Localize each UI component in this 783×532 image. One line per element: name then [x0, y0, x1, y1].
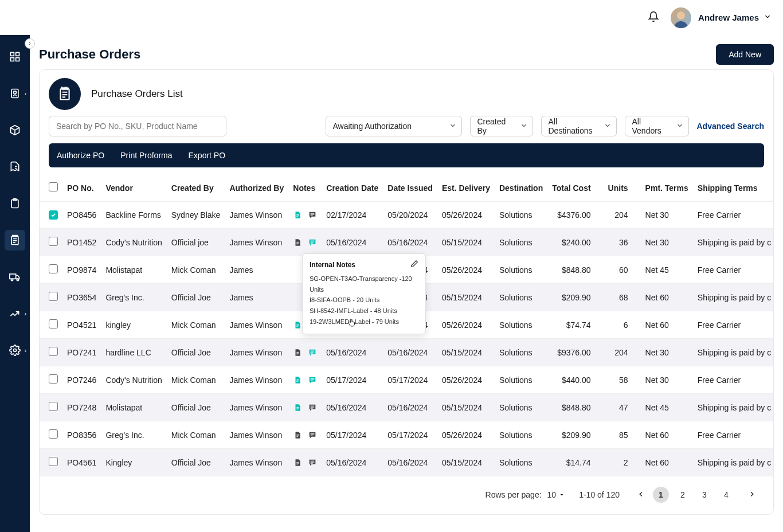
pencil-icon[interactable] — [410, 260, 418, 270]
table-row[interactable]: PO8356 Greg's Inc. Mick Coman James Wins… — [40, 421, 773, 449]
cell-pmt-terms: Net 60 — [641, 311, 693, 339]
page-button[interactable]: 4 — [718, 487, 734, 503]
row-checkbox[interactable] — [49, 347, 58, 356]
cell-est-delivery: 05/15/2024 — [437, 284, 495, 311]
rpp-select[interactable]: 10 — [547, 490, 566, 499]
row-checkbox[interactable] — [49, 429, 58, 439]
bell-icon[interactable] — [648, 11, 659, 25]
cell-authorized-by: James Winson — [225, 394, 288, 421]
user-name: Andrew James — [698, 13, 759, 22]
cell-creation-date: 05/16/2024 — [322, 449, 383, 476]
bulk-action-bar: Authorize PO Print Proforma Export PO — [49, 143, 764, 167]
internal-notes-icon[interactable] — [293, 320, 302, 330]
vendor-notes-icon[interactable] — [308, 457, 317, 468]
advanced-search-link[interactable]: Advanced Search — [697, 122, 765, 131]
col-est-delivery[interactable]: Est. Delivery — [437, 174, 495, 202]
cell-destination: Solutions — [495, 339, 547, 366]
row-checkbox[interactable] — [49, 237, 58, 246]
cell-authorized-by: James — [225, 256, 288, 284]
page-button[interactable]: 1 — [653, 487, 669, 503]
col-creation-date[interactable]: Creation Date — [322, 174, 383, 202]
page-title: Purchase Orders — [39, 47, 140, 62]
vendor-notes-icon[interactable] — [308, 210, 317, 220]
sidebar-item-settings[interactable]: › — [5, 340, 25, 361]
search-input[interactable] — [49, 116, 226, 136]
vendor-notes-icon[interactable] — [308, 347, 317, 358]
row-checkbox[interactable] — [49, 457, 58, 466]
sidebar-item-inventory[interactable] — [5, 120, 25, 140]
sidebar-item-invoices[interactable] — [5, 157, 25, 177]
internal-notes-icon[interactable] — [293, 402, 302, 413]
table-row[interactable]: PO7241 hardline LLC Official Joe James W… — [40, 339, 773, 366]
row-checkbox[interactable] — [49, 374, 58, 384]
internal-notes-icon[interactable] — [293, 347, 302, 358]
export-po-button[interactable]: Export PO — [189, 151, 226, 160]
col-destination[interactable]: Destination — [495, 174, 547, 202]
internal-notes-icon[interactable] — [293, 237, 302, 248]
table-row[interactable]: PO4561 Kingley Official Joe James Winson… — [40, 449, 773, 476]
cell-destination: Solutions — [495, 256, 547, 284]
page-button[interactable]: 2 — [675, 487, 691, 503]
next-page-button[interactable] — [745, 488, 759, 502]
cell-vendor: Molistapat — [101, 256, 166, 284]
sidebar-item-purchase-orders[interactable] — [5, 230, 25, 251]
vendors-dropdown[interactable]: All Vendors — [625, 116, 689, 136]
internal-notes-icon[interactable] — [293, 430, 302, 440]
col-total-cost[interactable]: Total Cost — [547, 174, 603, 202]
destination-dropdown[interactable]: All Destinations — [541, 116, 617, 136]
row-checkbox[interactable] — [49, 292, 58, 301]
cell-pmt-terms: Net 30 — [641, 202, 693, 229]
sidebar-item-reports[interactable]: › — [5, 303, 25, 324]
cell-authorized-by: James Winson — [225, 311, 288, 339]
col-units[interactable]: Units — [604, 174, 641, 202]
sidebar-item-shipping[interactable] — [5, 267, 25, 287]
col-vendor[interactable]: Vendor — [101, 174, 166, 202]
vendor-notes-icon[interactable] — [308, 375, 317, 385]
row-checkbox[interactable] — [49, 264, 58, 273]
internal-notes-icon[interactable] — [293, 375, 302, 385]
col-date-issued[interactable]: Date Issued — [383, 174, 437, 202]
authorize-po-button[interactable]: Authorize PO — [57, 151, 104, 160]
internal-notes-icon[interactable] — [293, 210, 302, 220]
row-checkbox[interactable] — [49, 402, 58, 411]
svg-rect-10 — [10, 274, 16, 279]
cell-date-issued: 05/16/2024 — [383, 394, 437, 421]
row-checkbox[interactable] — [49, 319, 58, 328]
main-content: Purchase Orders Add New Purchase Orders … — [30, 35, 783, 532]
col-created-by[interactable]: Created By — [167, 174, 225, 202]
add-new-button[interactable]: Add New — [716, 44, 774, 65]
prev-page-button[interactable] — [633, 488, 648, 502]
cell-est-delivery: 05/26/2024 — [437, 202, 495, 229]
sidebar-item-tasks[interactable] — [5, 193, 25, 214]
col-authorized-by[interactable]: Authorized By — [225, 174, 288, 202]
cell-units: 60 — [604, 256, 641, 284]
table-row[interactable]: PO7248 Molistapat Official Joe James Win… — [40, 394, 773, 421]
cell-creation-date: 05/16/2024 — [322, 229, 383, 256]
select-all-checkbox[interactable] — [49, 182, 58, 191]
vendor-notes-icon[interactable] — [308, 237, 317, 248]
table-row[interactable]: PO1452 Cody's Nutrition Official joe Jam… — [40, 229, 773, 256]
sidebar-expand-toggle[interactable] — [25, 38, 35, 49]
user-menu[interactable]: Andrew James — [671, 7, 772, 28]
page-button[interactable]: 3 — [696, 487, 712, 503]
sidebar-item-dashboard[interactable] — [5, 46, 25, 67]
table-row[interactable]: PO8456 Backline Forms Sydney Blake James… — [40, 202, 773, 229]
row-checkbox[interactable] — [49, 210, 58, 220]
svg-rect-22 — [297, 242, 300, 243]
print-proforma-button[interactable]: Print Proforma — [120, 151, 172, 160]
svg-rect-20 — [311, 216, 313, 216]
table-row[interactable]: PO7246 Cody's Nutrition Mick Coman James… — [40, 366, 773, 394]
internal-notes-icon[interactable] — [293, 457, 302, 468]
vendor-notes-icon[interactable] — [308, 430, 317, 440]
col-shipping-terms[interactable]: Shipping Terms — [693, 174, 773, 202]
chevron-down-icon — [676, 122, 684, 131]
col-po-no[interactable]: PO No. — [62, 174, 101, 202]
col-pmt-terms[interactable]: Pmt. Terms — [641, 174, 693, 202]
vendor-notes-icon[interactable] — [308, 402, 317, 413]
created-by-dropdown[interactable]: Created By — [470, 116, 533, 136]
svg-rect-3 — [11, 58, 14, 61]
svg-rect-62 — [311, 463, 313, 463]
status-dropdown[interactable]: Awaiting Authorization — [326, 116, 462, 136]
sidebar-item-contacts[interactable]: › — [5, 83, 25, 104]
cell-total-cost: $14.74 — [547, 449, 603, 476]
